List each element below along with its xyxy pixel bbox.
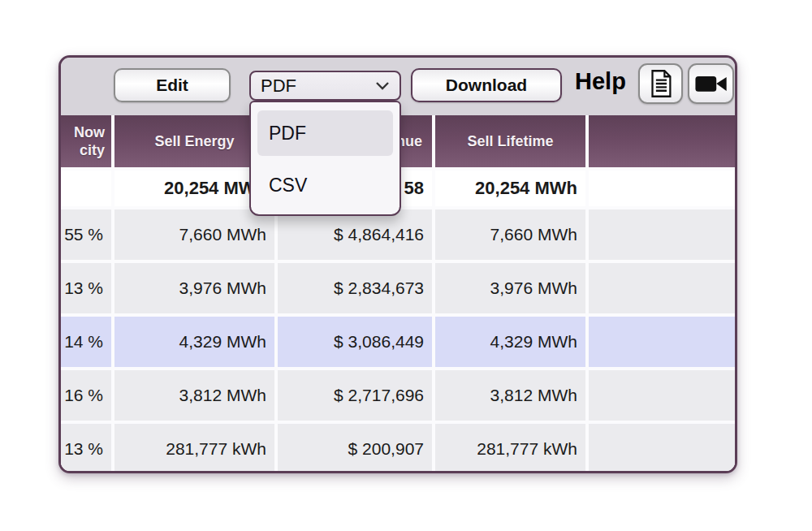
format-select-value: PDF [261,76,296,97]
video-camera-icon [693,71,729,97]
table-cell[interactable]: 281,777 kWh [114,424,274,473]
totals-cell: 20,254 MWh [435,171,585,206]
help-video-button[interactable] [688,63,734,104]
help-label: Help [575,68,626,95]
table-cell[interactable]: 13 % [61,424,111,473]
help-document-button[interactable] [638,63,683,104]
table-cell[interactable]: 55 % [61,209,111,260]
totals-cell [589,171,735,206]
table-cell[interactable]: 7,660 MWh [435,209,585,260]
app-window: Edit PDF Download Help [58,55,737,473]
table-cell[interactable]: $ 4,864,416 [278,209,432,260]
table-cell[interactable] [589,263,735,313]
table-cell[interactable] [589,209,735,260]
totals-cell [61,171,111,206]
dropdown-option-pdf[interactable]: PDF [257,110,393,156]
header-cell-now-capacity: Now city [61,115,111,167]
table-cell[interactable]: $ 2,717,696 [278,370,432,421]
table-cell-selected[interactable]: 14 % [61,317,111,367]
header-cell-sell-lifetime: Sell Lifetime [435,115,585,167]
table-cell[interactable]: 281,777 kWh [435,424,585,473]
table-cell[interactable]: 3,976 MWh [435,263,585,313]
table-cell[interactable]: 16 % [61,370,111,421]
table-cell-selected[interactable] [589,317,735,367]
table-cell-selected[interactable]: 4,329 MWh [114,317,274,367]
download-button[interactable]: Download [411,68,562,102]
table-cell[interactable]: 13 % [61,263,111,313]
format-select[interactable]: PDF [249,71,401,101]
table-cell[interactable] [589,424,735,473]
table-cell-selected[interactable]: $ 3,086,449 [278,317,432,367]
table-cell[interactable]: 3,812 MWh [114,370,274,421]
table-cell[interactable] [589,370,735,421]
table-cell[interactable]: 7,660 MWh [114,209,274,260]
table-cell[interactable]: $ 2,834,673 [278,263,432,313]
table-cell[interactable]: 3,976 MWh [114,263,274,313]
header-cell-blank [589,115,735,167]
table-cell[interactable]: $ 200,907 [278,424,432,473]
table-cell[interactable]: 3,812 MWh [435,370,585,421]
format-dropdown: PDF CSV [249,101,401,216]
edit-button[interactable]: Edit [114,68,231,102]
table-cell-selected[interactable]: 4,329 MWh [435,317,585,367]
dropdown-option-csv[interactable]: CSV [251,162,400,208]
document-icon [650,69,672,98]
chevron-down-icon [375,80,390,91]
